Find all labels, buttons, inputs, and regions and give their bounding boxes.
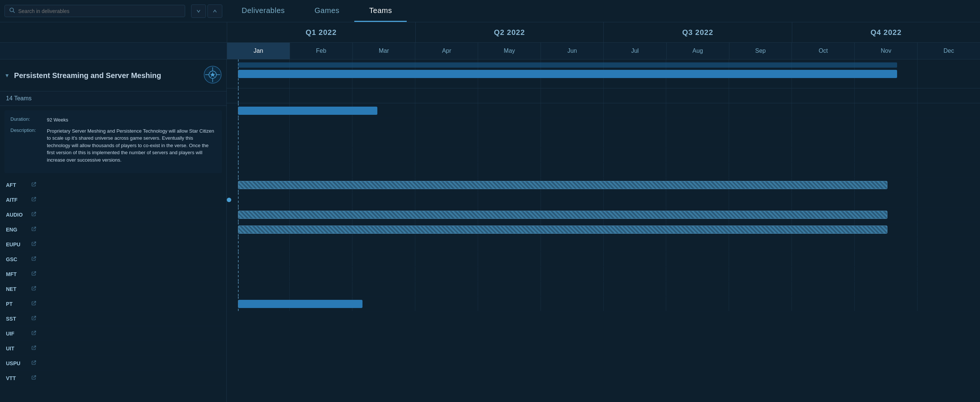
- nav-tabs: Deliverables Games Teams: [227, 0, 980, 22]
- left-panel-month-spacer: [0, 43, 227, 59]
- team-row-mft: MFT: [0, 267, 226, 281]
- gantt-row-uit: [227, 267, 980, 281]
- gantt-row-aft: [227, 103, 980, 118]
- months-row: Jan Feb Mar Apr May Jun Jul Aug Sep Oct …: [227, 43, 980, 59]
- month-may[interactable]: May: [478, 43, 541, 59]
- app-container: Deliverables Games Teams Q1 2022 Q2 2022…: [0, 0, 980, 402]
- expand-arrow[interactable]: ▼: [5, 72, 10, 78]
- team-row-uspu: USPU: [0, 356, 226, 371]
- team-name-uit: UIT: [6, 346, 28, 351]
- month-jan[interactable]: Jan: [227, 43, 290, 59]
- jan-line-aitf: [238, 118, 239, 133]
- gantt-teams-count-row: [227, 89, 980, 103]
- link-icon-sst[interactable]: [31, 315, 37, 322]
- month-feb[interactable]: Feb: [290, 43, 352, 59]
- quarter-headers: Q1 2022 Q2 2022 Q3 2022 Q4 2022: [0, 22, 980, 43]
- search-input-wrapper[interactable]: [5, 5, 185, 17]
- star-citizen-logo: [204, 65, 222, 85]
- sort-up-button[interactable]: [207, 5, 222, 18]
- gantt-main-row: [227, 59, 980, 89]
- svg-line-21: [33, 361, 36, 363]
- month-dec[interactable]: Dec: [917, 43, 980, 59]
- team-name-mft: MFT: [6, 271, 28, 277]
- tab-teams[interactable]: Teams: [354, 0, 407, 22]
- main-gantt-bar-sub: [238, 62, 897, 68]
- jan-line-mft: [238, 192, 239, 207]
- duration-label: Duration:: [10, 116, 44, 124]
- team-row-uif: UIF: [0, 326, 226, 341]
- jan-line-uspu: [238, 281, 239, 296]
- link-icon-gsc[interactable]: [31, 256, 37, 262]
- duration-row: Duration: 92 Weeks: [10, 116, 216, 124]
- left-panel-quarter-spacer: [0, 22, 227, 42]
- link-icon-uit[interactable]: [31, 345, 37, 351]
- svg-line-19: [33, 331, 36, 333]
- month-jul[interactable]: Jul: [603, 43, 666, 59]
- svg-line-1: [13, 11, 15, 13]
- link-icon-uspu[interactable]: [31, 360, 37, 366]
- jan-line-sst: [238, 237, 239, 251]
- bar-net: [238, 211, 887, 219]
- description-label: Description:: [10, 127, 44, 164]
- team-row-eupu: EUPU: [0, 237, 226, 252]
- gantt-row-aitf: [227, 118, 980, 133]
- team-name-aft: AFT: [6, 182, 28, 188]
- gantt-row-eng: [227, 148, 980, 163]
- quarter-q2: Q2 2022: [415, 22, 604, 42]
- team-name-pt: PT: [6, 301, 28, 307]
- link-icon-eupu[interactable]: [31, 241, 37, 248]
- team-name-aitf: AITF: [6, 197, 28, 203]
- deliverable-header: ▼ Persistent Streaming and Server Meshin…: [0, 59, 226, 91]
- svg-line-14: [33, 257, 36, 259]
- month-mar[interactable]: Mar: [352, 43, 415, 59]
- team-name-eupu: EUPU: [6, 242, 28, 248]
- team-rows: AFT AITF AUDIO ENG: [0, 178, 226, 386]
- tab-games[interactable]: Games: [300, 0, 354, 22]
- team-row-net: NET: [0, 281, 226, 297]
- svg-line-22: [33, 376, 36, 378]
- month-nov[interactable]: Nov: [854, 43, 917, 59]
- svg-line-17: [33, 301, 36, 303]
- month-jun[interactable]: Jun: [541, 43, 603, 59]
- svg-line-11: [33, 212, 36, 215]
- team-name-net: NET: [6, 286, 28, 292]
- search-input[interactable]: [18, 8, 180, 14]
- svg-line-18: [33, 316, 36, 318]
- team-row-gsc: GSC: [0, 252, 226, 267]
- gantt-scroll-area[interactable]: [227, 59, 980, 402]
- link-icon-net[interactable]: [31, 286, 37, 292]
- link-icon-vtt[interactable]: [31, 375, 37, 381]
- team-name-gsc: GSC: [6, 256, 28, 262]
- link-icon-pt[interactable]: [31, 300, 37, 307]
- link-icon-uif[interactable]: [31, 330, 37, 337]
- sort-down-button[interactable]: [191, 5, 206, 18]
- month-sep[interactable]: Sep: [729, 43, 792, 59]
- jan-line-audio: [238, 133, 239, 148]
- svg-line-15: [33, 272, 36, 274]
- team-row-audio: AUDIO: [0, 207, 226, 222]
- teams-count: 14 Teams: [0, 91, 226, 106]
- duration-value: 92 Weeks: [47, 116, 68, 124]
- bar-mft: [227, 198, 231, 202]
- tab-deliverables[interactable]: Deliverables: [227, 0, 300, 22]
- svg-line-20: [33, 346, 36, 348]
- link-icon-mft[interactable]: [31, 271, 37, 277]
- team-row-aft: AFT: [0, 178, 226, 192]
- quarters-row: Q1 2022 Q2 2022 Q3 2022 Q4 2022: [227, 22, 980, 42]
- sort-buttons: [191, 5, 222, 18]
- search-area: [0, 5, 227, 18]
- gantt-row-sst: [227, 237, 980, 252]
- month-oct[interactable]: Oct: [792, 43, 854, 59]
- month-apr[interactable]: Apr: [415, 43, 478, 59]
- bar-aft: [238, 106, 377, 115]
- link-icon-aitf[interactable]: [31, 197, 37, 203]
- jan-line-uit: [238, 267, 239, 281]
- month-aug[interactable]: Aug: [666, 43, 729, 59]
- link-icon-aft[interactable]: [31, 182, 37, 188]
- team-name-uspu: USPU: [6, 361, 28, 366]
- team-row-sst: SST: [0, 311, 226, 326]
- gantt-row-vtt: [227, 297, 980, 311]
- main-content: ▼ Persistent Streaming and Server Meshin…: [0, 59, 980, 402]
- link-icon-eng[interactable]: [31, 226, 37, 233]
- link-icon-audio[interactable]: [31, 211, 37, 218]
